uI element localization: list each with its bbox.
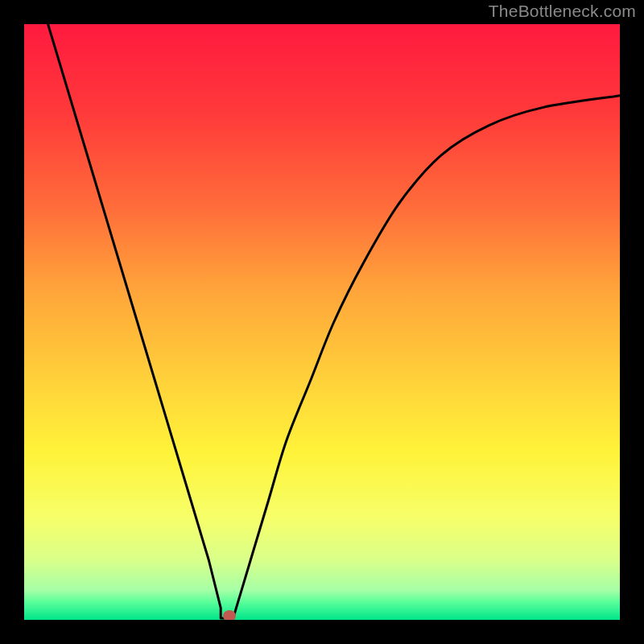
- curve-layer: [24, 24, 620, 620]
- chart-stage: TheBottleneck.com: [0, 0, 644, 644]
- watermark-text: TheBottleneck.com: [489, 2, 636, 21]
- min-marker-dot: [223, 610, 236, 620]
- bottleneck-curve: [48, 24, 620, 620]
- plot-area: [24, 24, 620, 620]
